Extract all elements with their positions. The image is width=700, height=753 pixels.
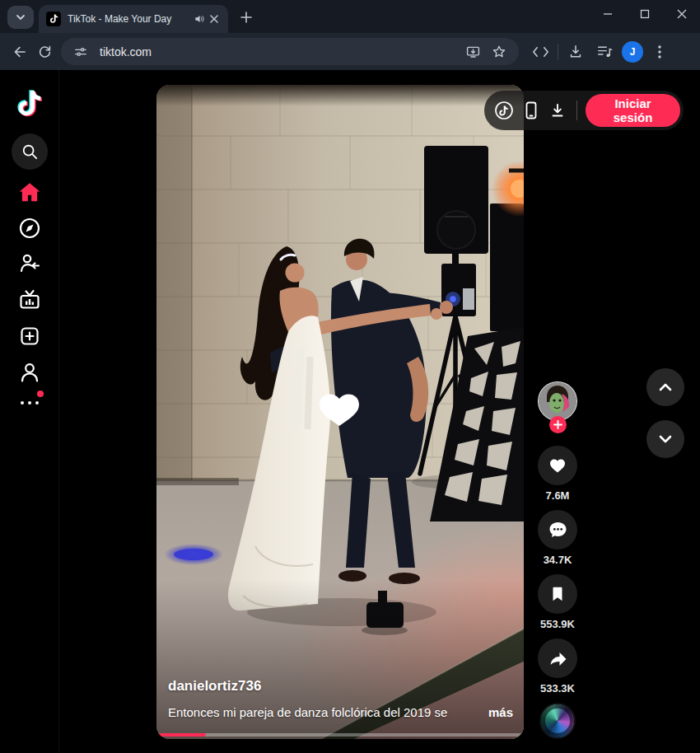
share-button[interactable]: [538, 638, 577, 678]
browser-menu-button[interactable]: [649, 39, 670, 65]
live-tv-icon: [18, 288, 41, 311]
video-caption: danielortiz736 Entonces mi pareja de dan…: [168, 678, 513, 719]
caption-more-button[interactable]: más: [488, 705, 513, 719]
next-video-button[interactable]: [646, 420, 684, 458]
video-caption-text: Entonces mi pareja de danza folclórica d…: [168, 705, 488, 719]
video-username[interactable]: danielortiz736: [168, 678, 513, 695]
progress-played: [156, 733, 206, 737]
heart-icon: [547, 456, 568, 475]
back-button[interactable]: [5, 39, 31, 65]
downloads-button[interactable]: [564, 39, 587, 65]
tiktok-logo[interactable]: [16, 89, 43, 119]
address-bar[interactable]: tiktok.com: [61, 38, 519, 65]
comment-button[interactable]: [538, 510, 577, 550]
window-minimize-button[interactable]: [589, 0, 626, 28]
bookmark-button[interactable]: [538, 574, 577, 614]
download-video-icon[interactable]: [548, 99, 568, 122]
chevron-down-icon: [657, 431, 674, 447]
music-disc[interactable]: [539, 703, 576, 739]
chevron-up-icon: [657, 379, 674, 395]
tiktok-page: danielortiz736 Entonces mi pareja de dan…: [0, 70, 700, 753]
video-progress-bar[interactable]: [156, 733, 524, 737]
tab-strip: TikTok - Make Your Day: [0, 0, 700, 33]
login-button[interactable]: Iniciar sesión: [586, 94, 680, 127]
video-frame: [156, 85, 524, 739]
search-icon: [21, 143, 38, 160]
tab-search-button[interactable]: [7, 6, 34, 29]
overlay-divider: [576, 101, 577, 120]
code-extension-icon[interactable]: [529, 39, 552, 65]
tiktok-coin-icon[interactable]: [494, 99, 514, 122]
sidebar-item-home[interactable]: [17, 180, 42, 205]
share-count: 533.3K: [538, 682, 577, 695]
browser-tab[interactable]: TikTok - Make Your Day: [39, 5, 228, 33]
toolbar-extensions: J: [529, 39, 670, 65]
new-tab-button[interactable]: [235, 6, 258, 29]
progress-track: [156, 733, 524, 737]
follow-button[interactable]: [549, 416, 567, 433]
window-maximize-button[interactable]: [626, 0, 663, 28]
site-settings-icon[interactable]: [71, 42, 91, 62]
get-app-phone-icon[interactable]: [521, 99, 541, 122]
chevron-down-icon: [15, 12, 26, 23]
comment-icon: [548, 520, 568, 540]
window-close-button[interactable]: [663, 0, 700, 28]
user-follow-icon: [18, 252, 41, 275]
bookmark-icon: [548, 585, 567, 603]
notification-dot: [37, 391, 44, 397]
sidebar-search-button[interactable]: [12, 133, 48, 170]
bookmark-count: 553.9K: [538, 618, 577, 630]
like-button[interactable]: [538, 446, 577, 485]
previous-video-button[interactable]: [646, 368, 684, 406]
window-controls: [589, 0, 700, 28]
reload-button[interactable]: [31, 39, 58, 65]
sidebar: [0, 70, 59, 753]
install-app-icon[interactable]: [463, 42, 483, 62]
tab-audio-icon[interactable]: [192, 12, 207, 26]
sidebar-item-profile[interactable]: [18, 361, 41, 384]
header-overlay: Iniciar sesión: [484, 91, 684, 130]
engagement-rail: 7.6M 34.7K 553.9K 533.3K: [538, 381, 577, 744]
toolbar-divider: [558, 44, 558, 60]
browser-toolbar: tiktok.com J: [0, 33, 700, 70]
tab-title: TikTok - Make Your Day: [68, 13, 192, 25]
profile-icon: [18, 361, 41, 384]
playlist-extension-icon[interactable]: [593, 39, 616, 65]
browser-window: TikTok - Make Your Day: [0, 0, 700, 753]
comment-count: 34.7K: [538, 554, 577, 566]
like-count: 7.6M: [538, 489, 577, 502]
home-icon: [17, 180, 42, 205]
browser-profile-avatar[interactable]: J: [622, 41, 643, 63]
bookmark-star-icon[interactable]: [489, 42, 509, 62]
url-text[interactable]: tiktok.com: [100, 45, 463, 58]
tab-close-button[interactable]: [207, 12, 222, 26]
sidebar-item-more[interactable]: [19, 396, 40, 409]
sidebar-item-live[interactable]: [18, 288, 41, 311]
creator-avatar[interactable]: [538, 381, 577, 421]
share-icon: [548, 649, 568, 667]
upload-plus-icon: [18, 325, 41, 348]
tiktok-favicon: [46, 12, 61, 26]
more-dots-icon: [19, 398, 40, 406]
sidebar-item-following[interactable]: [18, 252, 41, 275]
compass-icon: [18, 217, 41, 240]
sidebar-item-explore[interactable]: [18, 217, 41, 240]
sidebar-item-upload[interactable]: [18, 325, 41, 348]
video-player[interactable]: danielortiz736 Entonces mi pareja de dan…: [156, 85, 524, 739]
